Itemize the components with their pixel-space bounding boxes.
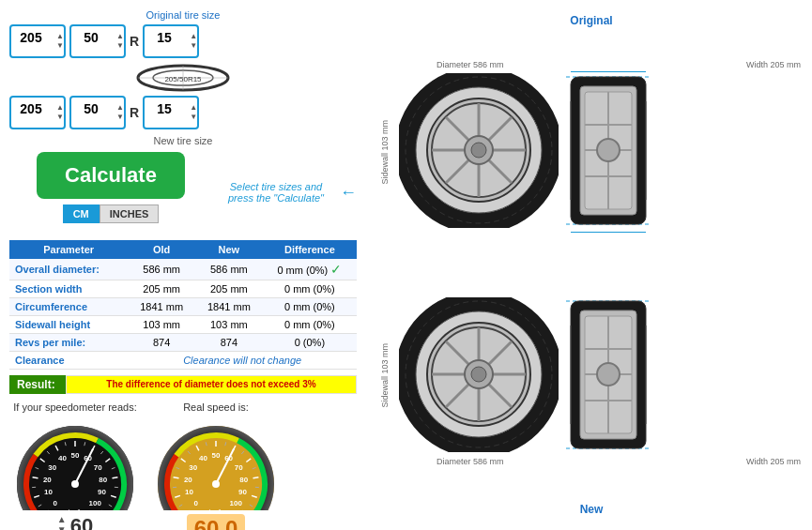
svg-text:205/50R15: 205/50R15 [164, 75, 202, 83]
table-row: Overall diameter:586 mm586 mm0 mm (0%) ✓ [9, 259, 357, 280]
new-side-tire-wrap [566, 297, 651, 455]
original-width-arrows[interactable]: ▲▼ [56, 24, 64, 58]
clearance-row: ClearanceClearance will not change [9, 352, 357, 370]
new-width-label-bottom: Width 205 mm [746, 457, 801, 466]
original-diagram-title: Original [380, 14, 803, 27]
new-width-arrows[interactable]: ▲▼ [56, 96, 64, 129]
speedo-right-label: Real speed is: [183, 401, 249, 413]
new-cell: 874 [195, 334, 263, 352]
speedo-right-canvas [150, 416, 282, 510]
col-header-param: Parameter [9, 240, 128, 259]
original-width-wrap: 205 ▲▼ [9, 24, 66, 58]
old-cell: 103 mm [128, 316, 195, 334]
speedometer-left: If your speedometer reads: ▲▼ 60 [9, 401, 141, 530]
new-cell: 586 mm [195, 259, 263, 280]
new-front-tire-wrap [399, 297, 559, 455]
orig-top-annotations: Diameter 586 mm Width 205 mm [380, 60, 803, 73]
orig-front-tire-svg [399, 73, 559, 228]
new-diameter-label-bottom: Diameter 586 mm [437, 457, 504, 466]
unit-toggle: CM INCHES [9, 204, 212, 223]
col-header-diff: Difference [263, 240, 357, 259]
original-profile-wrap: 50 ▲▼ [69, 24, 126, 58]
new-cell: 205 mm [195, 280, 263, 298]
new-tire-label: New tire size [9, 135, 357, 146]
col-header-old: Old [128, 240, 195, 259]
orig-front-tire-wrap [399, 73, 559, 231]
original-rim-wrap: 15 ▲▼ [143, 24, 199, 58]
new-cell: 103 mm [195, 316, 263, 334]
table-row: Sidewall height103 mm103 mm0 mm (0%) [9, 316, 357, 334]
new-rim-arrows[interactable]: ▲▼ [190, 96, 197, 129]
result-area: Result: The difference of diameter does … [9, 375, 357, 394]
check-icon: ✓ [330, 262, 342, 277]
calculate-button[interactable]: Calculate [37, 152, 185, 199]
orig-side-tire-wrap [566, 73, 651, 231]
result-label: Result: [9, 375, 66, 394]
speedo-left-value-wrap: ▲▼ 60 [57, 510, 93, 530]
new-width-wrap: 205 ▲▼ [9, 96, 66, 129]
param-cell: Sidewall height [9, 316, 128, 334]
instruction-text: Select tire sizes and press the "Calcula… [220, 181, 332, 204]
speedo-left-value: 60 [70, 514, 93, 530]
svg-point-32 [597, 139, 620, 161]
param-cell: Overall diameter: [9, 259, 128, 280]
orig-diameter-label-top: Diameter 586 mm [437, 60, 504, 69]
right-panel: Original Diameter 586 mm Width 205 mm Si… [366, 0, 812, 530]
diff-cell: 0 mm (0%) [263, 316, 357, 334]
orig-sidewall-label: Sidewall 103 mm [380, 120, 390, 185]
speedo-left-canvas [9, 416, 141, 510]
speedo-right-value-wrap: 60.0 [187, 510, 246, 530]
result-message: The difference of diameter does not exce… [66, 375, 357, 394]
speedometers-section: If your speedometer reads: ▲▼ 60 Real sp… [9, 401, 357, 530]
diff-cell: 0 mm (0%) [263, 298, 357, 316]
new-sidewall-label: Sidewall 103 mm [380, 343, 390, 408]
speedo-left-arrows[interactable]: ▲▼ [57, 514, 67, 530]
speedo-left-label: If your speedometer reads: [13, 401, 136, 413]
table-row: Revs per mile:8748740 (0%) [9, 334, 357, 352]
old-cell: 205 mm [128, 280, 195, 298]
new-diagram-title: New [380, 503, 803, 516]
orig-side-tire-svg [566, 73, 651, 228]
svg-point-51 [471, 367, 486, 382]
new-tire-row: Sidewall 103 mm [380, 297, 803, 455]
orig-width-label-top: Width 205 mm [746, 60, 801, 69]
new-cell: 1841 mm [195, 298, 263, 316]
table-row: Section width205 mm205 mm0 mm (0%) [9, 280, 357, 298]
inches-button[interactable]: INCHES [100, 204, 160, 223]
param-cell: Section width [9, 280, 128, 298]
cm-button[interactable]: CM [63, 204, 100, 223]
r-label-new: R [130, 105, 139, 120]
speedometer-right: Real speed is: 60.0 [150, 401, 282, 530]
new-tire-inputs: 205 ▲▼ 50 ▲▼ R 15 ▲▼ [9, 96, 357, 129]
original-tires-section: Diameter 586 mm Width 205 mm Sidewall 10… [380, 60, 803, 231]
original-profile-arrows[interactable]: ▲▼ [116, 24, 124, 58]
new-profile-wrap: 50 ▲▼ [69, 96, 126, 129]
original-tire-inputs: 205 ▲▼ 50 ▲▼ R 15 ▲▼ [9, 24, 357, 58]
diff-cell: 0 (0%) [263, 334, 357, 352]
orig-width-bracket-bottom [571, 232, 646, 233]
clearance-value: Clearance will not change [128, 352, 357, 370]
speedo-right-value: 60.0 [187, 514, 246, 530]
param-cell: Revs per mile: [9, 334, 128, 352]
orig-tire-row: Sidewall 103 mm [380, 73, 803, 231]
params-table: Parameter Old New Difference Overall dia… [9, 240, 357, 370]
new-tires-section: Sidewall 103 mm [380, 297, 803, 470]
clearance-label: Clearance [9, 352, 128, 370]
tire-icon-area: 205/50R15 [9, 64, 357, 92]
new-side-tire-svg [566, 297, 651, 452]
table-row: Circumference1841 mm1841 mm0 mm (0%) [9, 298, 357, 316]
diff-cell: 0 mm (0%) ✓ [263, 259, 357, 280]
new-bottom-annotations: Diameter 586 mm Width 205 mm [380, 457, 803, 470]
old-cell: 586 mm [128, 259, 195, 280]
old-cell: 874 [128, 334, 195, 352]
original-tire-label: Original tire size [9, 9, 357, 21]
param-cell: Circumference [9, 298, 128, 316]
arrow-icon: ← [340, 183, 357, 203]
new-profile-arrows[interactable]: ▲▼ [116, 96, 124, 129]
col-header-new: New [195, 240, 263, 259]
svg-point-62 [597, 363, 620, 386]
diff-cell: 0 mm (0%) [263, 280, 357, 298]
original-rim-arrows[interactable]: ▲▼ [190, 24, 197, 58]
r-label-original: R [130, 34, 139, 49]
new-rim-wrap: 15 ▲▼ [143, 96, 199, 129]
